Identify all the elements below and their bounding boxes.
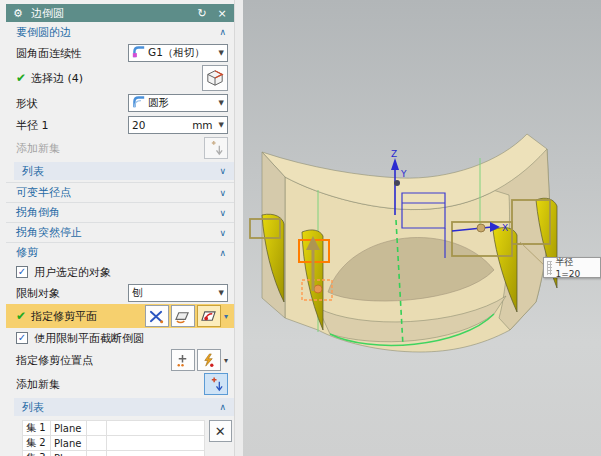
chevron-down-icon[interactable]: ∨ — [219, 208, 226, 218]
radius-input[interactable]: 20 mm ▼ — [128, 116, 228, 134]
circular-fillet-icon — [132, 95, 145, 111]
check-icon: ✓ — [18, 333, 26, 343]
set-type-cell[interactable]: Plane — [51, 436, 87, 451]
select-edge-cube-button[interactable] — [202, 65, 228, 91]
section-label: 可变半径点 — [16, 185, 71, 200]
chevron-down-icon[interactable]: ▾ — [223, 356, 228, 365]
set-type-cell[interactable]: Plane — [51, 421, 87, 436]
radius-value[interactable]: 20 — [132, 119, 192, 131]
use-limit-plane-checkbox[interactable]: ✓ — [16, 332, 28, 344]
list-bar-edges[interactable]: 列表 ∨ — [14, 162, 234, 180]
add-set-label: 添加新集 — [16, 141, 60, 156]
empty-cell[interactable] — [107, 421, 205, 436]
select-edge-label: ✔选择边 (4) — [16, 71, 83, 86]
empty-cell[interactable] — [107, 451, 205, 456]
chevron-down-icon[interactable]: ∨ — [219, 228, 226, 238]
sets-table: 集 1 Plane 集 2 Plane 集 3 Plane 集 4 Plane — [22, 420, 205, 456]
set-type-cell[interactable]: Plane — [51, 451, 87, 456]
continuity-dropdown[interactable]: G1（相切） ▼ — [128, 44, 228, 62]
empty-cell[interactable] — [87, 421, 107, 436]
section-header-variable-radius[interactable]: 可变半径点 ∨ — [6, 182, 234, 202]
add-set-icon — [209, 141, 224, 156]
point-plus-icon — [175, 353, 190, 368]
edge-blend-dialog: ⚙ 边倒圆 ↻ × 要倒圆的边 ∧ 圆角面连续性 G1（相切） ▼ ✔选择边 (… — [6, 4, 234, 456]
cube-icon — [206, 69, 224, 87]
origin-drag-sphere[interactable] — [477, 224, 485, 232]
add-new-set-button-active[interactable] — [204, 373, 228, 395]
set-name-cell[interactable]: 集 2 — [23, 436, 51, 451]
section-label: 拐角倒角 — [16, 205, 60, 220]
dialog-resize-gutter[interactable] — [234, 0, 243, 456]
y-axis-cone[interactable] — [394, 180, 400, 186]
reset-icon[interactable]: ↻ — [195, 7, 209, 20]
list-bar-trim[interactable]: 列表 ∧ — [14, 398, 234, 416]
section-label: 修剪 — [16, 245, 38, 260]
set-name-cell[interactable]: 集 1 — [23, 421, 51, 436]
continuity-row: 圆角面连续性 G1（相切） ▼ — [6, 42, 234, 64]
list-label: 列表 — [22, 164, 44, 179]
y-axis-label: Y — [400, 169, 407, 179]
specify-point-label: 指定修剪位置点 — [16, 353, 93, 368]
section-header-trim[interactable]: 修剪 ∧ — [6, 242, 234, 262]
set-name-cell[interactable]: 集 3 — [23, 451, 51, 456]
specify-trim-point-row: 指定修剪位置点 ▾ — [6, 348, 234, 372]
chevron-down-icon: ▼ — [219, 49, 224, 57]
add-set-icon — [209, 377, 224, 392]
x-axis-label: X — [502, 223, 508, 233]
empty-cell[interactable] — [107, 436, 205, 451]
g1-fillet-icon — [132, 45, 145, 61]
close-icon[interactable]: × — [215, 7, 229, 20]
limit-object-label: 限制对象 — [16, 286, 60, 301]
point-constructor-button[interactable] — [171, 349, 195, 371]
add-new-set-button[interactable] — [204, 137, 228, 159]
intersection-point-button[interactable] — [145, 305, 169, 327]
radius-row: 半径 1 20 mm ▼ — [6, 114, 234, 136]
table-row[interactable]: 集 1 Plane — [23, 421, 205, 436]
section-header-corner-stop[interactable]: 拐角突然停止 ∨ — [6, 222, 234, 242]
chevron-down-icon[interactable]: ▾ — [223, 312, 228, 321]
tooltip-grip-icon[interactable] — [547, 261, 552, 275]
shape-label: 形状 — [16, 96, 38, 111]
continuity-value: G1（相切） — [148, 46, 216, 60]
section-label: 要倒圆的边 — [16, 25, 71, 40]
remove-set-button[interactable]: ✕ — [209, 420, 232, 442]
chevron-up-icon[interactable]: ∧ — [219, 402, 226, 412]
list-label: 列表 — [22, 400, 44, 415]
radius-unit: mm — [192, 119, 212, 131]
shape-dropdown[interactable]: 圆形 ▼ — [128, 94, 228, 112]
point-selector-button[interactable] — [197, 349, 221, 371]
user-selected-label: 用户选定的对象 — [34, 265, 111, 280]
chevron-up-icon[interactable]: ∧ — [219, 27, 226, 37]
chevron-up-icon[interactable]: ∧ — [219, 248, 226, 258]
nx-application-window: ⚙ 边倒圆 ↻ × 要倒圆的边 ∧ 圆角面连续性 G1（相切） ▼ ✔选择边 (… — [0, 0, 601, 456]
chevron-down-icon[interactable]: ▼ — [219, 121, 224, 129]
chevron-down-icon[interactable]: ∨ — [219, 188, 226, 198]
user-selected-checkbox[interactable]: ✓ — [16, 266, 28, 278]
empty-cell[interactable] — [87, 436, 107, 451]
green-check-icon: ✔ — [16, 309, 26, 323]
graphics-viewport[interactable]: Z Y X 半径 1=20 — [243, 0, 601, 456]
section-label: 拐角突然停止 — [16, 225, 82, 240]
gear-icon[interactable]: ⚙ — [11, 7, 25, 20]
specify-plane-label: ✔指定修剪平面 — [16, 309, 97, 324]
section-header-corner-chamfer[interactable]: 拐角倒角 ∨ — [6, 202, 234, 222]
datum-plane-button[interactable] — [171, 305, 195, 327]
dialog-titlebar[interactable]: ⚙ 边倒圆 ↻ × — [6, 4, 234, 22]
plane-dialog-button[interactable] — [197, 305, 221, 327]
limit-object-row: 限制对象 刨 ▼ — [6, 282, 234, 304]
section-header-edges[interactable]: 要倒圆的边 ∧ — [6, 22, 234, 42]
chevron-down-icon[interactable]: ∨ — [219, 166, 226, 176]
table-row[interactable]: 集 2 Plane — [23, 436, 205, 451]
limit-object-dropdown[interactable]: 刨 ▼ — [128, 284, 228, 302]
table-row[interactable]: 集 3 Plane — [23, 451, 205, 456]
shape-row: 形状 圆形 ▼ — [6, 92, 234, 114]
drag-handle-sphere[interactable] — [314, 285, 322, 293]
plane-icon — [175, 309, 190, 324]
specify-trim-plane-row[interactable]: ✔指定修剪平面 — [6, 304, 234, 328]
radius-tooltip[interactable]: 半径 1=20 — [543, 257, 601, 278]
model-canvas[interactable]: Z Y X — [243, 0, 601, 456]
delete-icon: ✕ — [215, 424, 226, 439]
plane-dialog-icon — [201, 309, 216, 324]
empty-cell[interactable] — [87, 451, 107, 456]
shape-value: 圆形 — [148, 96, 216, 110]
